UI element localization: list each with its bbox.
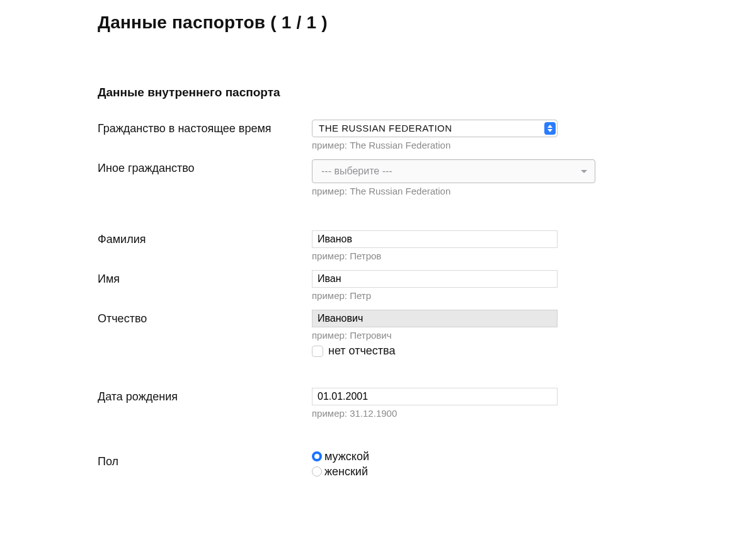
given-name-label: Имя bbox=[98, 270, 312, 286]
other-citizenship-select[interactable]: --- выберите --- bbox=[312, 159, 595, 183]
given-name-hint: пример: Петр bbox=[312, 290, 564, 301]
patronymic-input[interactable] bbox=[312, 310, 558, 327]
dob-hint: пример: 31.12.1900 bbox=[312, 408, 564, 419]
dob-label: Дата рождения bbox=[98, 388, 312, 404]
given-name-input[interactable] bbox=[312, 270, 558, 288]
chevron-down-icon bbox=[581, 170, 587, 173]
surname-hint: пример: Петров bbox=[312, 251, 564, 261]
citizenship-select[interactable]: THE RUSSIAN FEDERATION bbox=[312, 120, 558, 137]
other-citizenship-placeholder: --- выберите --- bbox=[321, 166, 392, 177]
select-arrows-icon bbox=[544, 122, 556, 135]
citizenship-hint: пример: The Russian Federation bbox=[312, 140, 564, 150]
page-title: Данные паспортов ( 1 / 1 ) bbox=[98, 13, 718, 33]
patronymic-label: Отчество bbox=[98, 310, 312, 325]
dob-input[interactable] bbox=[312, 388, 558, 405]
sex-label: Пол bbox=[98, 449, 312, 468]
section-title-internal-passport: Данные внутреннего паспорта bbox=[98, 86, 718, 99]
sex-radio-male[interactable] bbox=[312, 451, 322, 461]
citizenship-label: Гражданство в настоящее время bbox=[98, 120, 312, 135]
sex-radio-male-label: мужской bbox=[324, 450, 369, 463]
other-citizenship-hint: пример: The Russian Federation bbox=[312, 186, 564, 196]
citizenship-select-value: THE RUSSIAN FEDERATION bbox=[319, 120, 452, 137]
surname-label: Фамилия bbox=[98, 230, 312, 246]
no-patronymic-checkbox[interactable] bbox=[312, 346, 323, 357]
surname-input[interactable] bbox=[312, 230, 558, 248]
no-patronymic-label: нет отчества bbox=[328, 344, 395, 358]
patronymic-hint: пример: Петрович bbox=[312, 330, 564, 341]
sex-radio-female[interactable] bbox=[312, 466, 322, 477]
other-citizenship-label: Иное гражданство bbox=[98, 159, 312, 175]
sex-radio-female-label: женский bbox=[324, 465, 368, 478]
